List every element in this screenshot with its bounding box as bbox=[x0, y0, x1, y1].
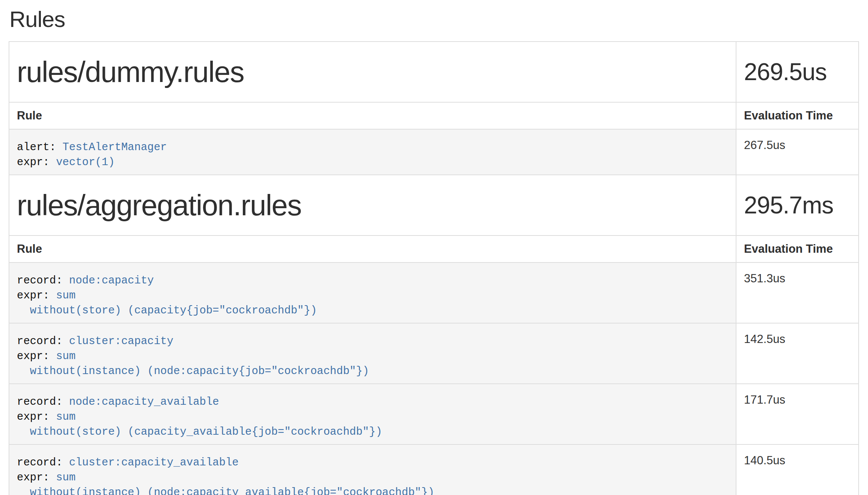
rule-expression-link[interactable]: cluster:capacity bbox=[69, 335, 173, 347]
rule-group-evaluation-time: 269.5us bbox=[744, 58, 827, 85]
rule-evaluation-time-cell: 171.7us bbox=[736, 384, 859, 444]
rule-definition: record: node:capacity_available expr: su… bbox=[9, 384, 736, 444]
rule-keyword: expr: bbox=[17, 156, 56, 168]
rule-expression-link[interactable]: without(store) (capacity{job="cockroachd… bbox=[17, 304, 317, 317]
rule-definition-cell: record: node:capacity_available expr: su… bbox=[9, 384, 736, 444]
rule-evaluation-time: 140.5us bbox=[744, 454, 785, 467]
rule-keyword: alert: bbox=[17, 141, 63, 154]
rule-row: record: cluster:capacity_available expr:… bbox=[9, 444, 859, 495]
rule-expression-link[interactable]: without(store) (capacity_available{job="… bbox=[17, 426, 382, 438]
rule-expression-link[interactable]: without(instance) (node:capacity_availab… bbox=[17, 486, 434, 495]
evaluation-time-column-header: Evaluation Time bbox=[736, 102, 859, 129]
rule-column-header: Rule bbox=[9, 102, 736, 129]
rule-group-evaluation-time: 295.7ms bbox=[744, 192, 833, 219]
rule-expression-link[interactable]: TestAlertManager bbox=[63, 141, 167, 154]
rule-definition: record: cluster:capacity expr: sum witho… bbox=[9, 324, 736, 383]
rule-row: record: node:capacity expr: sum without(… bbox=[9, 262, 859, 323]
rules-table: rules/dummy.rules 269.5us Rule Evaluatio… bbox=[9, 41, 859, 495]
rule-group-header-row: rules/aggregation.rules 295.7ms bbox=[9, 175, 859, 236]
rule-keyword: record: bbox=[17, 274, 69, 287]
rule-expression-link[interactable]: cluster:capacity_available bbox=[69, 456, 238, 469]
rule-expression-link[interactable]: sum bbox=[56, 471, 75, 484]
rule-expression-link[interactable]: without(instance) (node:capacity{job="co… bbox=[17, 365, 369, 377]
rule-definition: record: cluster:capacity_available expr:… bbox=[9, 445, 736, 495]
page-title: Rules bbox=[9, 0, 859, 32]
rule-evaluation-time: 267.5us bbox=[744, 139, 785, 152]
rule-group-name: rules/dummy.rules bbox=[17, 55, 244, 88]
rule-keyword: record: bbox=[17, 396, 69, 408]
column-header-row: Rule Evaluation Time bbox=[9, 102, 859, 129]
rule-definition: alert: TestAlertManager expr: vector(1) bbox=[9, 130, 736, 174]
rule-group-evaluation-time-cell: 295.7ms bbox=[736, 175, 859, 236]
rule-group-name-cell: rules/aggregation.rules bbox=[9, 175, 736, 236]
rule-expression-link[interactable]: sum bbox=[56, 411, 75, 423]
rule-row: record: cluster:capacity expr: sum witho… bbox=[9, 323, 859, 384]
rule-row: record: node:capacity_available expr: su… bbox=[9, 384, 859, 444]
rule-group-header-row: rules/dummy.rules 269.5us bbox=[9, 42, 859, 102]
rule-keyword: record: bbox=[17, 456, 69, 469]
rule-expression-link[interactable]: sum bbox=[56, 289, 75, 302]
rule-evaluation-time: 171.7us bbox=[744, 393, 785, 406]
rule-expression-link[interactable]: node:capacity_available bbox=[69, 396, 219, 408]
rule-column-header: Rule bbox=[9, 236, 736, 262]
rule-definition-cell: alert: TestAlertManager expr: vector(1) bbox=[9, 129, 736, 175]
rule-definition-cell: record: cluster:capacity expr: sum witho… bbox=[9, 323, 736, 384]
rule-keyword: record: bbox=[17, 335, 69, 347]
rule-keyword: expr: bbox=[17, 411, 56, 423]
rule-expression-link[interactable]: vector(1) bbox=[56, 156, 115, 168]
rule-group-name: rules/aggregation.rules bbox=[17, 189, 301, 222]
rules-page: Rules rules/dummy.rules 269.5us Rule Eva… bbox=[0, 0, 868, 495]
column-header-row: Rule Evaluation Time bbox=[9, 236, 859, 262]
rule-definition-cell: record: node:capacity expr: sum without(… bbox=[9, 262, 736, 323]
rule-expression-link[interactable]: sum bbox=[56, 350, 75, 362]
rule-definition-cell: record: cluster:capacity_available expr:… bbox=[9, 444, 736, 495]
rule-keyword: expr: bbox=[17, 289, 56, 302]
rule-evaluation-time-cell: 351.3us bbox=[736, 262, 859, 323]
rule-row: alert: TestAlertManager expr: vector(1) … bbox=[9, 129, 859, 175]
rule-evaluation-time: 351.3us bbox=[744, 272, 785, 285]
rule-group-evaluation-time-cell: 269.5us bbox=[736, 42, 859, 102]
rule-definition: record: node:capacity expr: sum without(… bbox=[9, 263, 736, 323]
evaluation-time-column-header: Evaluation Time bbox=[736, 236, 859, 262]
rule-keyword: expr: bbox=[17, 471, 56, 484]
rule-evaluation-time-cell: 267.5us bbox=[736, 129, 859, 175]
rule-evaluation-time: 142.5us bbox=[744, 332, 785, 346]
rule-expression-link[interactable]: node:capacity bbox=[69, 274, 154, 287]
rule-keyword: expr: bbox=[17, 350, 56, 362]
rule-evaluation-time-cell: 140.5us bbox=[736, 444, 859, 495]
rule-group-name-cell: rules/dummy.rules bbox=[9, 42, 736, 102]
rule-evaluation-time-cell: 142.5us bbox=[736, 323, 859, 384]
